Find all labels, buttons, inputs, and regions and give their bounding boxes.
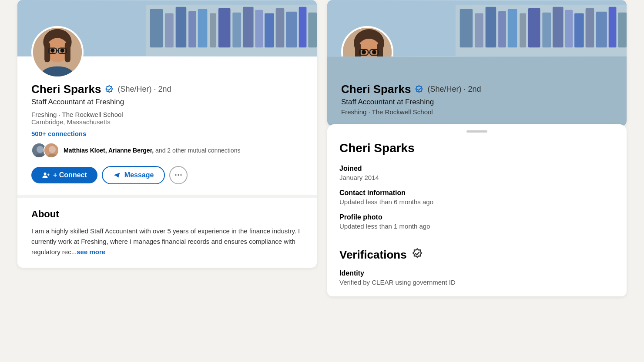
svg-point-34 xyxy=(44,173,47,175)
message-button[interactable]: Message xyxy=(102,166,165,184)
svg-point-25 xyxy=(50,49,54,53)
right-name: Cheri Sparks xyxy=(341,83,411,96)
right-pronoun-degree: (She/Her) · 2nd xyxy=(427,85,481,94)
svg-rect-44 xyxy=(498,11,506,48)
svg-rect-8 xyxy=(218,8,231,47)
svg-rect-21 xyxy=(65,42,70,63)
svg-rect-12 xyxy=(265,13,274,48)
verifications-badge-icon xyxy=(411,248,423,262)
svg-point-29 xyxy=(37,146,44,153)
svg-rect-15 xyxy=(299,7,307,47)
left-mutual-connections: Matthias Kloet, Arianne Berger, and 2 ot… xyxy=(31,143,303,158)
joined-value: January 2014 xyxy=(339,174,614,181)
svg-rect-14 xyxy=(286,12,297,48)
svg-rect-46 xyxy=(520,13,526,48)
svg-rect-54 xyxy=(609,7,617,47)
svg-rect-42 xyxy=(475,13,483,48)
svg-rect-9 xyxy=(232,13,241,48)
right-profile-card: Cheri Sparks (She/Her) · 2nd Staff Accou… xyxy=(327,0,627,126)
svg-point-65 xyxy=(372,50,376,54)
about-section: About I am a highly skilled Staff Accoun… xyxy=(17,198,317,268)
see-more-link[interactable]: see more xyxy=(77,248,105,256)
svg-rect-2 xyxy=(150,9,163,47)
message-icon xyxy=(113,171,121,179)
svg-rect-11 xyxy=(255,10,263,47)
svg-rect-53 xyxy=(596,12,607,48)
left-banner xyxy=(17,0,317,56)
svg-rect-6 xyxy=(198,9,208,47)
modal-name: Cheri Sparks xyxy=(339,141,614,155)
section-divider xyxy=(17,195,317,198)
connect-button[interactable]: + Connect xyxy=(31,167,97,183)
mutual-text: Matthias Kloet, Arianne Berger, and 2 ot… xyxy=(64,147,240,154)
about-text: I am a highly skilled Staff Accountant w… xyxy=(31,226,303,257)
contact-value: Updated less than 6 months ago xyxy=(339,198,614,206)
identity-label: Identity xyxy=(339,269,614,277)
svg-rect-50 xyxy=(565,10,573,47)
right-banner xyxy=(327,0,627,56)
svg-rect-4 xyxy=(176,7,187,47)
handle-bar xyxy=(466,130,487,133)
mutual-avatar-2 xyxy=(44,143,59,158)
svg-rect-13 xyxy=(276,8,285,47)
left-profile-card: Cheri Sparks (She/Her) · 2nd Staff Accou… xyxy=(17,0,317,268)
photo-value: Updated less than 1 month ago xyxy=(339,223,614,230)
right-name-row: Cheri Sparks (She/Her) · 2nd xyxy=(341,83,613,96)
left-name-row: Cheri Sparks (She/Her) · 2nd xyxy=(31,83,303,96)
svg-rect-52 xyxy=(586,8,594,47)
about-title: About xyxy=(31,209,303,220)
connect-icon xyxy=(42,171,50,179)
mutual-avatars xyxy=(31,143,59,158)
modal-content: Cheri Sparks Joined January 2014 Contact… xyxy=(327,141,627,286)
right-verified-icon xyxy=(414,85,424,94)
left-pronoun-degree: (She/Her) · 2nd xyxy=(117,85,171,94)
svg-rect-41 xyxy=(460,9,473,47)
svg-rect-48 xyxy=(542,13,551,48)
action-buttons: + Connect Message ··· xyxy=(31,166,303,184)
svg-point-64 xyxy=(362,50,366,54)
svg-point-26 xyxy=(60,49,64,53)
more-button[interactable]: ··· xyxy=(169,166,188,184)
svg-rect-5 xyxy=(188,11,196,48)
profile-detail-modal: Cheri Sparks Joined January 2014 Contact… xyxy=(327,124,627,296)
svg-rect-45 xyxy=(508,9,517,47)
svg-rect-16 xyxy=(308,13,317,48)
verifications-title: Verifications xyxy=(339,248,407,262)
svg-rect-47 xyxy=(528,8,540,47)
contact-label: Contact information xyxy=(339,189,614,197)
left-connections[interactable]: 500+ connections xyxy=(31,130,303,137)
modal-handle[interactable] xyxy=(327,124,627,141)
identity-value: Verified by CLEAR using government ID xyxy=(339,279,614,286)
left-company-school: Freshing · The Rockwell School xyxy=(31,111,303,118)
modal-divider xyxy=(339,238,614,238)
left-avatar xyxy=(31,26,84,78)
verifications-section: Verifications xyxy=(339,248,614,262)
svg-rect-55 xyxy=(618,13,627,48)
photo-label: Profile photo xyxy=(339,213,614,221)
svg-rect-49 xyxy=(553,7,564,47)
svg-rect-20 xyxy=(44,42,50,63)
left-verified-icon xyxy=(104,85,114,94)
left-location-info: Freshing · The Rockwell School Cambridge… xyxy=(31,111,303,126)
right-company-school: Freshing · The Rockwell School xyxy=(341,108,613,116)
svg-rect-3 xyxy=(165,13,174,48)
svg-rect-43 xyxy=(486,7,496,47)
left-headline: Staff Accountant at Freshing xyxy=(31,98,303,106)
svg-rect-10 xyxy=(243,7,254,47)
right-profile-panel: Cheri Sparks (She/Her) · 2nd Staff Accou… xyxy=(327,0,627,296)
svg-point-32 xyxy=(49,146,56,153)
svg-rect-7 xyxy=(210,13,216,48)
more-dots: ··· xyxy=(174,171,182,180)
left-location: Cambridge, Massachusetts xyxy=(31,118,303,126)
left-name: Cheri Sparks xyxy=(31,83,101,96)
svg-rect-51 xyxy=(574,13,584,48)
joined-label: Joined xyxy=(339,165,614,173)
right-profile-info: Cheri Sparks (She/Her) · 2nd Staff Accou… xyxy=(327,56,627,126)
right-headline: Staff Accountant at Freshing xyxy=(341,98,613,106)
